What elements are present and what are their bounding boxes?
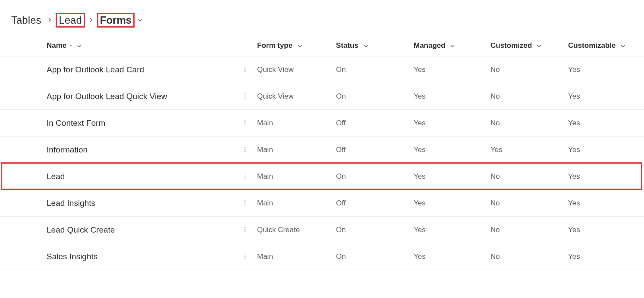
- row-actions-cell: [236, 163, 254, 190]
- row-formtype: Quick View: [254, 56, 333, 83]
- row-formtype: Quick View: [254, 83, 333, 110]
- chevron-down-icon: [537, 43, 542, 49]
- column-actions: [236, 36, 254, 56]
- row-select-cell[interactable]: [0, 110, 47, 137]
- row-status: Off: [333, 190, 410, 217]
- column-header-customized[interactable]: Customized: [487, 36, 565, 56]
- row-formtype: Main: [254, 137, 333, 163]
- column-header-managed[interactable]: Managed: [410, 36, 487, 56]
- svg-point-13: [245, 176, 245, 177]
- table-row[interactable]: InformationMainOffYesYesYes: [0, 137, 644, 163]
- column-header-customizable[interactable]: Customizable: [565, 36, 644, 56]
- column-header-label: Status: [336, 41, 358, 50]
- row-actions-cell: [236, 137, 254, 163]
- breadcrumb: Tables Lead Forms: [0, 0, 644, 36]
- row-customizable: Yes: [565, 243, 644, 270]
- row-select-cell[interactable]: [0, 83, 47, 110]
- row-formtype: Main: [254, 110, 333, 137]
- svg-point-7: [245, 122, 245, 123]
- more-actions-button[interactable]: [240, 64, 250, 74]
- row-name[interactable]: App for Outlook Lead Quick View: [47, 83, 236, 110]
- chevron-right-icon: [88, 16, 94, 24]
- row-formtype: Main: [254, 190, 333, 217]
- row-actions-cell: [236, 243, 254, 270]
- row-select-cell[interactable]: [0, 56, 47, 83]
- row-managed: Yes: [410, 243, 487, 270]
- row-actions-cell: [236, 190, 254, 217]
- row-customized: Yes: [487, 137, 565, 163]
- row-customizable: Yes: [565, 217, 644, 243]
- table-row[interactable]: App for Outlook Lead Quick ViewQuick Vie…: [0, 83, 644, 110]
- breadcrumb-table[interactable]: Lead: [56, 13, 85, 28]
- row-name[interactable]: Information: [47, 137, 236, 163]
- row-managed: Yes: [410, 110, 487, 137]
- row-select-cell[interactable]: [0, 163, 47, 190]
- row-status: Off: [333, 110, 410, 137]
- table-row[interactable]: LeadMainOnYesNoYes: [0, 163, 644, 190]
- svg-point-1: [245, 69, 245, 70]
- table-row[interactable]: Lead InsightsMainOffYesNoYes: [0, 190, 644, 217]
- column-header-status[interactable]: Status: [333, 36, 410, 56]
- row-select-cell[interactable]: [0, 243, 47, 270]
- chevron-down-icon: [450, 43, 455, 49]
- table-row[interactable]: Lead Quick CreateQuick CreateOnYesNoYes: [0, 217, 644, 243]
- row-actions-cell: [236, 110, 254, 137]
- svg-point-11: [245, 151, 245, 152]
- row-name[interactable]: Lead Insights: [47, 190, 236, 217]
- row-name[interactable]: Sales Insights: [47, 243, 236, 270]
- more-actions-button[interactable]: [240, 224, 250, 235]
- row-customizable: Yes: [565, 83, 644, 110]
- table-row[interactable]: In Context FormMainOffYesNoYes: [0, 110, 644, 137]
- more-actions-button[interactable]: [240, 198, 250, 208]
- row-customized: No: [487, 83, 565, 110]
- row-select-cell[interactable]: [0, 217, 47, 243]
- svg-point-5: [245, 98, 245, 99]
- row-status: On: [333, 163, 410, 190]
- svg-point-2: [245, 71, 245, 72]
- row-name[interactable]: Lead: [47, 163, 236, 190]
- row-formtype: Quick Create: [254, 217, 333, 243]
- more-actions-button[interactable]: [240, 91, 250, 101]
- row-select-cell[interactable]: [0, 137, 47, 163]
- svg-point-22: [245, 256, 245, 257]
- table-header-row: Name ↑ Form type Status: [0, 36, 644, 56]
- svg-point-3: [245, 93, 245, 94]
- svg-point-9: [245, 147, 245, 148]
- svg-point-14: [245, 178, 245, 179]
- more-actions-button[interactable]: [240, 118, 250, 128]
- chevron-right-icon: [47, 16, 52, 24]
- row-status: Off: [333, 137, 410, 163]
- column-header-label: Customized: [490, 41, 532, 50]
- more-actions-button[interactable]: [240, 251, 250, 261]
- row-name[interactable]: Lead Quick Create: [47, 217, 236, 243]
- row-name[interactable]: App for Outlook Lead Card: [47, 56, 236, 83]
- row-formtype: Main: [254, 163, 333, 190]
- svg-point-12: [245, 174, 245, 174]
- row-customizable: Yes: [565, 163, 644, 190]
- row-status: On: [333, 217, 410, 243]
- column-header-label: Managed: [414, 41, 446, 50]
- row-customizable: Yes: [565, 190, 644, 217]
- column-header-formtype[interactable]: Form type: [254, 36, 333, 56]
- chevron-down-icon: [297, 43, 302, 49]
- svg-point-4: [245, 96, 245, 96]
- table-row[interactable]: App for Outlook Lead CardQuick ViewOnYes…: [0, 56, 644, 83]
- breadcrumb-section[interactable]: Forms: [97, 13, 135, 28]
- row-select-cell[interactable]: [0, 190, 47, 217]
- row-managed: Yes: [410, 83, 487, 110]
- column-header-name[interactable]: Name ↑: [47, 36, 236, 56]
- breadcrumb-root[interactable]: Tables: [9, 13, 44, 27]
- row-customized: No: [487, 56, 565, 83]
- column-header-label: Name: [47, 41, 66, 50]
- row-managed: Yes: [410, 56, 487, 83]
- sort-ascending-icon: ↑: [69, 43, 72, 49]
- table-row[interactable]: Sales InsightsMainOnYesNoYes: [0, 243, 644, 270]
- row-managed: Yes: [410, 137, 487, 163]
- row-name[interactable]: In Context Form: [47, 110, 236, 137]
- row-actions-cell: [236, 56, 254, 83]
- svg-point-21: [245, 254, 245, 255]
- more-actions-button[interactable]: [240, 171, 250, 181]
- row-customized: No: [487, 190, 565, 217]
- breadcrumb-dropdown[interactable]: [137, 18, 142, 23]
- more-actions-button[interactable]: [240, 144, 250, 155]
